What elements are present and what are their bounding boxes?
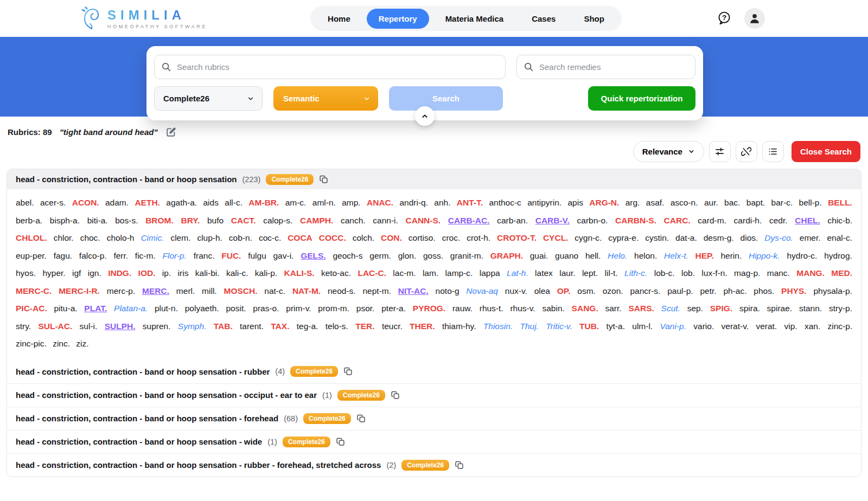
remedy-abbrev[interactable]: Dys-co. bbox=[764, 233, 793, 242]
remedy-abbrev[interactable]: cypra-e. bbox=[608, 233, 639, 242]
remedy-abbrev[interactable]: cygn-c. bbox=[575, 233, 602, 242]
remedy-abbrev[interactable]: kali-c. bbox=[226, 268, 248, 278]
remedy-abbrev[interactable]: canch. bbox=[341, 216, 366, 225]
remedy-abbrev[interactable]: nux-v. bbox=[505, 286, 527, 296]
remedy-abbrev[interactable]: calop-s. bbox=[263, 216, 292, 225]
remedy-abbrev[interactable]: fagu. bbox=[54, 251, 72, 260]
remedy-abbrev[interactable]: hyos. bbox=[16, 268, 36, 278]
remedy-abbrev[interactable]: ip. bbox=[162, 268, 171, 278]
rubric-row[interactable]: head - constriction, contraction - band … bbox=[7, 453, 861, 477]
remedy-abbrev[interactable]: telo-s. bbox=[326, 322, 348, 331]
remedy-abbrev[interactable]: MED. bbox=[831, 268, 852, 278]
remedy-abbrev[interactable]: chlor. bbox=[54, 233, 74, 242]
filter-settings-button[interactable] bbox=[709, 141, 731, 162]
remedy-abbrev[interactable]: bufo bbox=[207, 216, 224, 225]
remedy-abbrev[interactable]: franc. bbox=[194, 251, 215, 260]
remedy-abbrev[interactable]: Symph. bbox=[178, 322, 207, 331]
remedy-abbrev[interactable]: ACON. bbox=[72, 198, 99, 207]
remedy-abbrev[interactable]: CYCL. bbox=[543, 233, 569, 242]
remedy-abbrev[interactable]: TAX. bbox=[271, 322, 289, 331]
quick-repertorization-button[interactable]: Quick repertorization bbox=[588, 86, 695, 111]
remedy-abbrev[interactable]: ARG-N. bbox=[589, 198, 619, 207]
remedy-abbrev[interactable]: sep. bbox=[687, 304, 703, 313]
remedy-abbrev[interactable]: AETH. bbox=[135, 198, 160, 207]
user-avatar-button[interactable] bbox=[744, 8, 765, 29]
remedy-abbrev[interactable]: cardi-h. bbox=[734, 216, 762, 225]
remedy-abbrev[interactable]: verat-v. bbox=[722, 322, 749, 331]
copy-rubric-button[interactable] bbox=[343, 367, 353, 376]
remedy-abbrev[interactable]: SUL-AC. bbox=[38, 322, 72, 331]
remedy-abbrev[interactable]: Tritic-v. bbox=[546, 322, 572, 331]
remedy-abbrev[interactable]: falco-p. bbox=[79, 251, 107, 260]
remedy-abbrev[interactable]: colch. bbox=[353, 233, 375, 242]
search-button[interactable]: Search bbox=[389, 86, 503, 111]
remedy-abbrev[interactable]: CON. bbox=[381, 233, 402, 242]
remedy-abbrev[interactable]: bisph-a. bbox=[50, 216, 80, 225]
remedy-abbrev[interactable]: PIC-AC. bbox=[16, 304, 47, 313]
remedy-abbrev[interactable]: clem. bbox=[170, 233, 190, 242]
remedy-abbrev[interactable]: Hippo-k. bbox=[749, 251, 780, 260]
remedy-abbrev[interactable]: asaf. bbox=[646, 198, 665, 207]
remedy-abbrev[interactable]: aml-n. bbox=[312, 198, 336, 207]
remedy-abbrev[interactable]: lam. bbox=[423, 268, 438, 278]
remedy-abbrev[interactable]: NAT-M. bbox=[292, 286, 321, 296]
remedy-abbrev[interactable]: LAC-C. bbox=[358, 268, 386, 278]
remedy-abbrev[interactable]: INDG. bbox=[108, 268, 131, 278]
remedy-abbrev[interactable]: iris bbox=[178, 268, 189, 278]
remedy-abbrev[interactable]: Flor-p. bbox=[162, 251, 187, 260]
remedy-abbrev[interactable]: biti-a. bbox=[87, 216, 108, 225]
remedy-abbrev[interactable]: dat-a. bbox=[675, 233, 697, 242]
remedy-abbrev[interactable]: chic-b. bbox=[827, 216, 852, 225]
remedy-abbrev[interactable]: nat-c. bbox=[264, 286, 285, 296]
remedy-abbrev[interactable]: amp. bbox=[342, 198, 360, 207]
remedy-abbrev[interactable]: kali-p. bbox=[255, 268, 277, 278]
remedy-abbrev[interactable]: bapt. bbox=[746, 198, 765, 207]
remedy-abbrev[interactable]: CARB-AC. bbox=[448, 216, 490, 225]
repertory-select[interactable]: Complete26 bbox=[154, 86, 263, 111]
remedy-abbrev[interactable]: IOD. bbox=[138, 268, 156, 278]
remedy-abbrev[interactable]: pras-o. bbox=[253, 304, 279, 313]
remedy-abbrev[interactable]: MANG. bbox=[796, 268, 825, 278]
remedy-abbrev[interactable]: nept-m. bbox=[362, 286, 391, 296]
remedy-abbrev[interactable]: polyaeth. bbox=[185, 304, 219, 313]
remedy-abbrev[interactable]: carbn-o. bbox=[577, 216, 608, 225]
remedy-abbrev[interactable]: carb-an. bbox=[497, 216, 528, 225]
remedy-abbrev[interactable]: BELL. bbox=[828, 198, 852, 207]
remedy-abbrev[interactable]: TER. bbox=[355, 322, 374, 331]
remedy-abbrev[interactable]: merl. bbox=[176, 286, 195, 296]
remedy-abbrev[interactable]: NIT-AC. bbox=[398, 286, 429, 296]
remedy-abbrev[interactable]: Lith-c. bbox=[624, 268, 647, 278]
remedy-abbrev[interactable]: eup-per. bbox=[16, 251, 47, 260]
copy-rubric-button[interactable] bbox=[391, 390, 400, 400]
remedy-abbrev[interactable]: hell. bbox=[585, 251, 601, 260]
remedy-abbrev[interactable]: keto-ac. bbox=[321, 268, 351, 278]
edit-query-button[interactable] bbox=[165, 126, 177, 138]
remedy-abbrev[interactable]: crot-h. bbox=[467, 233, 490, 242]
remedy-abbrev[interactable]: spira. bbox=[739, 304, 760, 313]
remedy-abbrev[interactable]: bell-p. bbox=[799, 198, 822, 207]
remedy-abbrev[interactable]: dios. bbox=[741, 233, 758, 242]
remedy-abbrev[interactable]: lac-m. bbox=[393, 268, 416, 278]
remedy-abbrev[interactable]: SPIG. bbox=[710, 304, 732, 313]
remedy-abbrev[interactable]: Lat-h. bbox=[507, 268, 528, 278]
remedy-abbrev[interactable]: pter-a. bbox=[381, 304, 406, 313]
remedy-abbrev[interactable]: THER. bbox=[410, 322, 435, 331]
remedy-abbrev[interactable]: merc-p. bbox=[107, 286, 136, 296]
remedy-abbrev[interactable]: MERC-C. bbox=[16, 286, 52, 296]
remedy-abbrev[interactable]: rauw. bbox=[452, 304, 473, 313]
remedy-abbrev[interactable]: cystin. bbox=[645, 233, 669, 242]
remedy-abbrev[interactable]: igf bbox=[72, 268, 81, 278]
remedy-abbrev[interactable]: andri-q. bbox=[399, 198, 428, 207]
remedy-abbrev[interactable]: coc-c. bbox=[259, 233, 281, 242]
rubric-row[interactable]: head - constriction, contraction - band … bbox=[7, 407, 861, 430]
remedy-abbrev[interactable]: lil-t. bbox=[605, 268, 618, 278]
remedy-abbrev[interactable]: mag-p. bbox=[734, 268, 760, 278]
remedy-abbrev[interactable]: berb-a. bbox=[16, 216, 42, 225]
remedy-abbrev[interactable]: lamp-c. bbox=[445, 268, 473, 278]
remedy-abbrev[interactable]: Helx-t. bbox=[664, 251, 688, 260]
remedy-abbrev[interactable]: COCC. bbox=[319, 233, 346, 242]
remedy-abbrev[interactable]: GELS. bbox=[301, 251, 326, 260]
remedy-abbrev[interactable]: CARBN-S. bbox=[615, 216, 656, 225]
remedy-abbrev[interactable]: hydrog. bbox=[824, 251, 852, 260]
remedy-abbrev[interactable]: Helo. bbox=[608, 251, 627, 260]
